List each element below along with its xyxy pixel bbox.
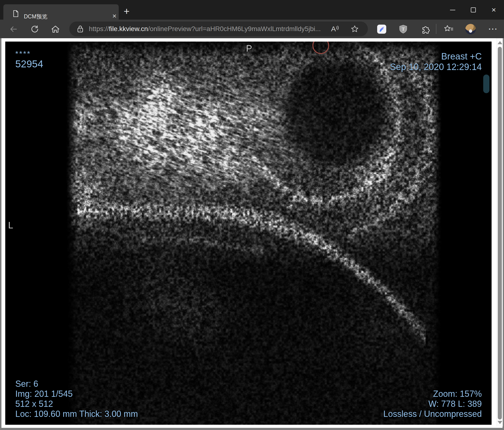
study-description: Breast +C bbox=[390, 51, 482, 62]
ellipsis-icon: ··· bbox=[489, 25, 498, 33]
close-icon: × bbox=[492, 6, 496, 14]
tab-title: DCM预览 bbox=[24, 13, 47, 20]
extensions-menu-button[interactable] bbox=[420, 23, 431, 35]
star-icon bbox=[351, 25, 359, 33]
favorite-star-button[interactable] bbox=[351, 25, 359, 33]
zoom-level: Zoom: 157% bbox=[383, 389, 482, 399]
avatar bbox=[465, 24, 476, 34]
profile-button[interactable] bbox=[465, 23, 476, 35]
new-tab-button[interactable]: + bbox=[121, 6, 132, 17]
image-number: Img: 201 1/545 bbox=[15, 389, 138, 399]
sound-waves-icon bbox=[336, 25, 339, 31]
url-text: https://file.kkview.cn/onlinePreview?url… bbox=[89, 25, 321, 33]
minimize-button[interactable] bbox=[442, 0, 463, 20]
page-content: **** 52954 Breast +C Sep 10, 2020 12:29:… bbox=[0, 38, 504, 430]
overlay-study-info: Breast +C Sep 10, 2020 12:29:14 bbox=[390, 51, 482, 72]
favorites-list-star-icon bbox=[444, 25, 453, 34]
tab-close-button[interactable]: × bbox=[110, 11, 119, 20]
overlay-patient-info: **** 52954 bbox=[15, 50, 43, 70]
home-icon bbox=[51, 25, 60, 34]
browser-window: DCM预览 × + × bbox=[0, 0, 504, 430]
home-button[interactable] bbox=[50, 24, 61, 34]
scrollbar-thumb[interactable] bbox=[498, 47, 502, 420]
back-arrow-icon bbox=[9, 25, 18, 34]
toolbar-divider bbox=[436, 24, 436, 34]
scroll-down-arrow[interactable] bbox=[497, 421, 502, 424]
scroll-up-arrow[interactable] bbox=[497, 41, 502, 44]
browser-toolbar: https://file.kkview.cn/onlinePreview?url… bbox=[0, 20, 504, 38]
tab-strip: DCM预览 × + × bbox=[0, 0, 504, 20]
maximize-button[interactable] bbox=[463, 0, 484, 20]
read-aloud-button[interactable]: A bbox=[331, 25, 339, 33]
shield-letter: T bbox=[402, 27, 405, 32]
patient-id: 52954 bbox=[15, 58, 43, 70]
image-matrix: 512 x 512 bbox=[15, 399, 138, 409]
refresh-icon bbox=[30, 25, 39, 34]
page-scrollbar[interactable] bbox=[497, 38, 503, 426]
browser-tab[interactable]: DCM预览 × bbox=[3, 4, 119, 20]
patient-name-masked: **** bbox=[15, 50, 43, 58]
window-controls: × bbox=[442, 0, 504, 20]
viewer-scroll-indicator[interactable] bbox=[483, 74, 489, 93]
settings-menu-button[interactable]: ··· bbox=[487, 23, 499, 35]
minimize-icon bbox=[450, 10, 455, 10]
extension-bird-button[interactable] bbox=[376, 23, 387, 35]
extension-shield-button[interactable]: T bbox=[397, 23, 409, 35]
orientation-marker-posterior: P bbox=[246, 44, 252, 54]
close-button[interactable]: × bbox=[484, 0, 504, 20]
mri-image[interactable] bbox=[5, 42, 492, 425]
address-bar[interactable]: https://file.kkview.cn/onlinePreview?url… bbox=[69, 21, 368, 36]
slice-location: Loc: 109.60 mm Thick: 3.00 mm bbox=[15, 409, 138, 419]
back-button[interactable] bbox=[8, 24, 19, 34]
dicom-viewer: **** 52954 Breast +C Sep 10, 2020 12:29:… bbox=[5, 42, 492, 425]
orientation-marker-left: L bbox=[8, 220, 13, 231]
url-host: file.kkview.cn bbox=[109, 25, 148, 33]
puzzle-icon bbox=[421, 25, 430, 34]
document-icon bbox=[13, 10, 19, 17]
compression-info: Lossless / Uncompressed bbox=[383, 409, 482, 419]
window-level: W: 778 L: 389 bbox=[383, 399, 482, 409]
refresh-button[interactable] bbox=[29, 24, 40, 34]
read-aloud-letter: A bbox=[331, 25, 336, 33]
collections-button[interactable] bbox=[443, 23, 454, 35]
lock-icon[interactable] bbox=[77, 25, 84, 33]
series-number: Ser: 6 bbox=[15, 379, 138, 389]
overlay-series-info: Ser: 6 Img: 201 1/545 512 x 512 Loc: 109… bbox=[15, 379, 138, 419]
study-datetime: Sep 10, 2020 12:29:14 bbox=[390, 62, 482, 72]
bird-icon bbox=[377, 25, 386, 34]
maximize-icon bbox=[471, 7, 476, 12]
overlay-display-info: Zoom: 157% W: 778 L: 389 Lossless / Unco… bbox=[383, 389, 482, 419]
url-protocol: https:// bbox=[89, 25, 109, 33]
shield-icon: T bbox=[399, 25, 407, 34]
url-path: /onlinePreview?url=aHR0cHM6Ly9maWxlLmtrd… bbox=[148, 25, 321, 33]
